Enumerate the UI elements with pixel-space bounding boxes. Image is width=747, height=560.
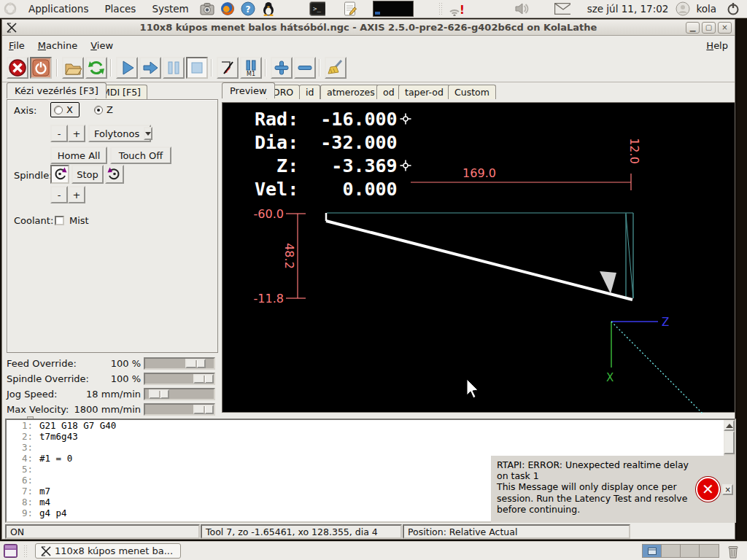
slider-handle[interactable] [193,374,214,384]
panel-clock[interactable]: sze júl 11, 17:02 [583,3,673,15]
gcode-line[interactable]: 1:G21 G18 G7 G40 [7,420,735,431]
menu-applications[interactable]: Applications [20,0,96,18]
distro-logo-icon[interactable] [2,1,18,17]
tab-preview[interactable]: Preview [222,82,275,98]
slider-handle[interactable] [149,389,169,399]
step-button[interactable] [139,57,161,79]
feed-override-slider[interactable] [144,357,215,370]
volume-icon[interactable] [514,1,530,17]
optional-pause-button[interactable]: M1 [240,57,262,79]
power-icon[interactable] [725,1,741,17]
mail-envelope-icon[interactable] [554,1,570,17]
maximize-button[interactable]: ▢ [702,22,716,34]
clear-plot-button[interactable] [325,57,347,79]
window-list-applet-icon[interactable] [2,543,18,559]
jog-speed-slider[interactable] [144,388,215,400]
z-axis-label: Z [662,316,669,329]
radio-circle[interactable] [54,106,63,114]
text-editor-icon[interactable] [342,1,358,17]
jog-mode-combobox[interactable]: Folytonos [88,125,151,142]
gcode-line[interactable]: 2:t7m6g43 [7,431,735,442]
menu-places[interactable]: Places [96,0,144,18]
reload-button[interactable] [85,57,107,79]
tab-manual-control[interactable]: Kézi vezérlés [F3] [7,82,107,98]
slider-handle[interactable] [185,359,206,368]
max-velocity-slider[interactable] [144,403,215,416]
touch-off-button[interactable]: Touch Off [110,147,171,164]
machine-on-button[interactable] [30,57,52,79]
tab-atmerozes[interactable]: atmerozes [320,85,382,99]
menu-file[interactable]: File [2,38,31,53]
user-avatar-icon[interactable] [675,1,691,17]
taskbar-drag-handle[interactable] [23,545,28,558]
skip-lines-button[interactable] [217,57,239,79]
line-number: 9: [7,508,33,518]
scroll-thumb[interactable] [724,431,735,454]
spindle-label: Spindle: [14,170,53,181]
chevron-down-icon[interactable] [144,127,152,140]
menu-system[interactable]: System [144,0,196,18]
workspace-switcher[interactable] [642,544,719,558]
spindle-slower-button[interactable]: - [50,186,68,203]
workspace-4[interactable] [700,545,719,557]
screenshot-camera-icon[interactable] [199,1,215,17]
zoom-in-button[interactable] [271,57,293,79]
tux-penguin-icon[interactable] [260,1,276,17]
mist-checkbox[interactable] [55,216,64,225]
terminal-launcher-icon[interactable]: >_ [309,1,325,17]
spindle-ccw-button[interactable] [50,165,69,184]
menu-view[interactable]: View [84,38,120,53]
svg-text:>_: >_ [313,5,321,12]
workspace-2[interactable] [662,545,681,557]
help-icon[interactable]: ? [240,1,256,17]
estop-button[interactable] [7,57,28,79]
axis-window: 110x8 kúpos menet balos hátsóból.ngc - A… [1,19,735,540]
workspace-1[interactable] [643,545,662,557]
axis-z-radio[interactable]: Z [94,104,113,115]
close-button[interactable]: × [718,22,732,34]
zoom-out-button[interactable] [294,57,316,79]
tab-id[interactable]: id [299,85,320,99]
spindle-cw-button[interactable] [105,165,124,184]
menu-help[interactable]: Help [700,38,735,53]
spindle-override-slider[interactable] [144,373,215,385]
trash-icon[interactable] [725,543,741,559]
taskbar-window-button[interactable]: 110x8 kúpos menet ba... [35,543,181,559]
workspace-3[interactable] [681,545,700,557]
scroll-up-button[interactable] [724,420,735,431]
axis-x-radio[interactable]: X [50,102,80,117]
slider-handle[interactable] [193,405,214,414]
dim-x-top: -60.0 [254,207,284,221]
jog-plus-button[interactable]: + [68,125,85,142]
titlebar[interactable]: 110x8 kúpos menet balos hátsóból.ngc - A… [2,20,735,36]
radio-circle[interactable] [94,106,103,114]
gcode-line[interactable]: 3: [7,442,735,453]
firefox-icon[interactable] [220,1,236,17]
line-number: 1: [7,420,33,431]
jog-minus-button[interactable]: - [50,125,68,142]
network-warning-icon[interactable]: ! [448,1,464,17]
mouse-cursor [467,379,478,398]
tab-custom[interactable]: Custom [448,85,496,99]
panel-drag-handle[interactable] [438,2,443,15]
spindle-faster-button[interactable]: + [68,186,85,203]
broom-icon [326,58,345,77]
tab-taper-od[interactable]: taper-od [398,85,450,99]
preview-canvas[interactable]: Rad:-16.000 Dia:-32.000 Z:-3.369 Vel:0.0… [222,102,735,413]
line-number: 8: [7,497,33,508]
menu-machine[interactable]: Machine [31,38,84,53]
pause-button[interactable] [163,57,185,79]
open-file-button[interactable] [62,57,84,79]
error-close-button[interactable]: × [722,484,733,495]
svg-text:!: ! [460,4,464,16]
minimize-button[interactable]: ▁ [686,22,700,34]
spindle-override-value: 100 % [111,373,141,384]
toolbar: M1 [2,54,735,82]
axis-app-icon [5,21,18,34]
stop-button[interactable] [186,57,208,79]
run-button[interactable] [116,57,138,79]
panel-username[interactable]: kola [693,3,719,15]
tab-od[interactable]: od [376,85,401,99]
home-all-button[interactable]: Home All [50,147,107,164]
spindle-stop-button[interactable]: Stop [71,165,104,184]
